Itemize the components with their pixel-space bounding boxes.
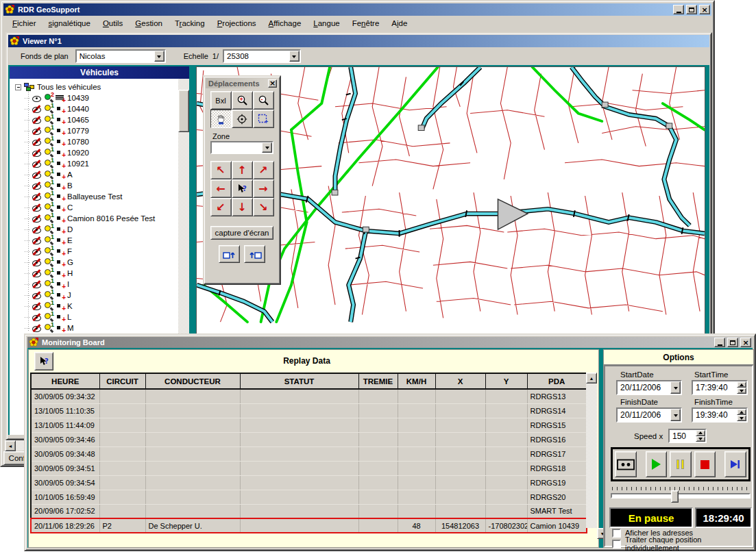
- play-button[interactable]: [646, 451, 668, 477]
- zone-dropdown-icon[interactable]: [262, 142, 272, 153]
- collapse-icon[interactable]: [15, 84, 21, 90]
- eye-hidden-icon[interactable]: [32, 324, 42, 332]
- column-header-statut[interactable]: STATUT: [240, 373, 358, 389]
- tree-item-b[interactable]: 1B: [10, 180, 178, 191]
- menu-item-aide[interactable]: Aide: [385, 17, 413, 29]
- dot-marker-icon[interactable]: [56, 171, 65, 179]
- finish-date-field[interactable]: 20/11/2006: [616, 407, 682, 423]
- start-date-dropdown-icon[interactable]: [670, 381, 681, 394]
- tree-item-g[interactable]: 1G: [10, 257, 178, 268]
- dot-marker-icon[interactable]: [56, 281, 65, 288]
- dot-marker-icon[interactable]: [56, 127, 65, 135]
- dot-marker-icon[interactable]: [56, 116, 65, 124]
- dot-marker-icon[interactable]: [56, 259, 65, 266]
- table-row[interactable]: 20/09/06 17:02:52SMART Test: [31, 504, 587, 518]
- tree-scroll-thumb[interactable]: [178, 90, 189, 132]
- tree-item-10780[interactable]: 110780: [10, 136, 178, 147]
- eye-hidden-icon[interactable]: [32, 192, 42, 201]
- zoom-in-button[interactable]: +: [232, 91, 253, 110]
- magnifier-icon[interactable]: 1: [44, 257, 53, 267]
- monitoring-close-button[interactable]: [740, 338, 751, 347]
- table-row[interactable]: 30/09/05 09:34:54RDRGS19: [31, 475, 587, 490]
- close-button[interactable]: [699, 5, 710, 14]
- dot-marker-icon[interactable]: [56, 149, 65, 157]
- monitoring-titlebar[interactable]: Monitoring Board: [27, 337, 753, 348]
- magnifier-icon[interactable]: 1: [44, 301, 53, 311]
- dot-marker-icon[interactable]: [56, 215, 65, 223]
- skip-to-end-button[interactable]: [724, 451, 746, 477]
- dot-marker-icon[interactable]: [56, 270, 65, 277]
- tree-item-i[interactable]: 1I: [10, 279, 178, 290]
- menu-item-projections[interactable]: Projections: [211, 17, 263, 29]
- pan-northwest-button[interactable]: [210, 161, 232, 179]
- menu-item-fenetre[interactable]: Fenêtre: [346, 17, 386, 29]
- table-row[interactable]: 13/10/05 11:44:09RDRGS15: [31, 418, 587, 432]
- pan-southeast-button[interactable]: [253, 198, 274, 216]
- eye-hidden-icon[interactable]: [32, 236, 42, 244]
- eye-hidden-icon[interactable]: [32, 225, 42, 234]
- deplacements-titlebar[interactable]: Déplacements: [206, 78, 278, 88]
- tree-item-m[interactable]: 1M: [10, 323, 178, 333]
- magnifier-icon[interactable]: 1: [44, 214, 53, 223]
- magnifier-icon[interactable]: 1: [44, 225, 53, 234]
- tree-item-h[interactable]: 1H: [10, 268, 178, 279]
- dot-marker-icon[interactable]: [56, 237, 65, 244]
- magnifier-icon[interactable]: 1: [44, 170, 53, 179]
- table-row-selected[interactable]: 20/11/06 18:29:26P2De Schepper U.4815481…: [31, 518, 587, 533]
- dot-marker-icon[interactable]: [56, 182, 65, 190]
- tree-item-ballayeuse-test[interactable]: 1Ballayeuse Test: [10, 191, 178, 202]
- table-row[interactable]: 13/10/05 11:10:35RDRGS14: [31, 403, 587, 418]
- dot-marker-icon[interactable]: [56, 204, 65, 212]
- pan-east-button[interactable]: [253, 179, 274, 198]
- fonds-de-plan-select[interactable]: Nicolas: [75, 49, 166, 63]
- echelle-select[interactable]: 25308: [223, 49, 301, 63]
- eye-hidden-icon[interactable]: [32, 313, 42, 321]
- center-tool-button[interactable]: [232, 110, 253, 128]
- magnifier-icon[interactable]: 1: [44, 126, 53, 136]
- pan-south-button[interactable]: [232, 198, 253, 216]
- tree-item-10465[interactable]: 110465: [10, 114, 178, 125]
- speed-stepper[interactable]: [696, 430, 705, 442]
- magnifier-icon[interactable]: 1: [44, 268, 53, 278]
- tree-root[interactable]: Tous les véhicules: [10, 81, 178, 92]
- tree-item-d[interactable]: 1D: [10, 224, 178, 235]
- magnifier-icon[interactable]: 2: [44, 93, 53, 103]
- dot-marker-icon[interactable]: [56, 292, 65, 299]
- eye-hidden-icon[interactable]: [32, 214, 42, 223]
- checkbox-icon[interactable]: [612, 540, 621, 549]
- eye-hidden-icon[interactable]: [32, 247, 42, 255]
- eye-hidden-icon[interactable]: [32, 160, 42, 168]
- dot-marker-icon[interactable]: [56, 160, 65, 168]
- stop-button[interactable]: [694, 451, 716, 477]
- eye-hidden-icon[interactable]: [32, 138, 42, 146]
- column-header-y[interactable]: Y: [485, 373, 527, 389]
- column-header-tremie[interactable]: TREMIE: [358, 373, 398, 389]
- tree-item-10921[interactable]: 110921: [10, 158, 178, 169]
- table-row[interactable]: 30/09/05 09:34:51RDRGS18: [31, 461, 587, 475]
- start-time-field[interactable]: 17:39:40: [692, 380, 748, 395]
- pan-west-button[interactable]: [210, 179, 232, 198]
- magnifier-icon[interactable]: 1: [44, 312, 53, 322]
- magnifier-icon[interactable]: 1: [44, 203, 53, 212]
- menu-item-tracking[interactable]: Tracking: [169, 17, 211, 29]
- table-scroll-track[interactable]: [586, 383, 597, 528]
- magnifier-icon[interactable]: 1: [44, 159, 53, 168]
- tree-item-10920[interactable]: 110920: [10, 147, 178, 158]
- minimize-button[interactable]: [673, 5, 684, 14]
- scroll-left-icon[interactable]: [5, 440, 16, 451]
- checkbox-icon[interactable]: [612, 529, 621, 538]
- eye-hidden-icon[interactable]: [32, 291, 42, 299]
- pan-northeast-button[interactable]: [253, 161, 274, 179]
- magnifier-icon[interactable]: 1: [44, 247, 53, 256]
- magnifier-icon[interactable]: 1: [44, 236, 53, 245]
- finish-time-stepper[interactable]: [737, 409, 746, 421]
- column-header-circuit[interactable]: CIRCUIT: [99, 373, 145, 389]
- individual-positions-option[interactable]: Traiter chaque position individuellement: [612, 539, 752, 549]
- tree-item-j[interactable]: 1J: [10, 290, 178, 301]
- pan-tool-button[interactable]: [210, 110, 232, 128]
- magnifier-icon[interactable]: 1: [44, 104, 53, 114]
- column-header-x[interactable]: X: [435, 373, 485, 389]
- dot-marker-icon[interactable]: [56, 138, 65, 146]
- pan-southwest-button[interactable]: [210, 198, 232, 216]
- column-header-conducteur[interactable]: CONDUCTEUR: [145, 373, 240, 389]
